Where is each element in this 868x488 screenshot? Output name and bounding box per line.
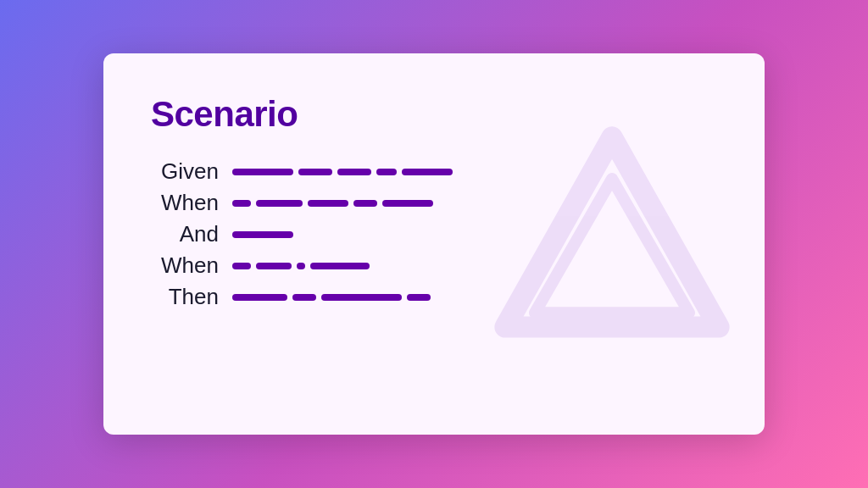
dash — [321, 294, 402, 301]
dash — [353, 200, 377, 207]
dash — [292, 294, 316, 301]
dash — [310, 263, 370, 269]
dash — [337, 169, 371, 175]
dash — [232, 263, 251, 269]
dash — [256, 263, 292, 269]
dash — [232, 200, 251, 207]
dash — [297, 263, 305, 269]
dash — [402, 169, 453, 175]
dash — [407, 294, 431, 301]
dash — [308, 200, 348, 207]
when2-keyword: When — [151, 252, 219, 279]
dash — [256, 200, 303, 207]
dash — [376, 169, 397, 175]
when1-dashes — [232, 200, 433, 207]
dash — [232, 231, 293, 238]
dash — [298, 169, 332, 175]
given-keyword: Given — [151, 158, 219, 185]
dash — [232, 294, 287, 301]
when1-keyword: When — [151, 190, 219, 216]
then-keyword: Then — [151, 284, 219, 310]
dash — [382, 200, 433, 207]
and-keyword: And — [151, 221, 219, 247]
slide: Scenario Given When — [103, 53, 765, 435]
watermark-logo — [493, 125, 731, 363]
then-dashes — [232, 294, 431, 301]
and-dashes — [232, 231, 293, 238]
given-dashes — [232, 169, 453, 175]
dash — [232, 169, 293, 175]
when2-dashes — [232, 263, 370, 269]
